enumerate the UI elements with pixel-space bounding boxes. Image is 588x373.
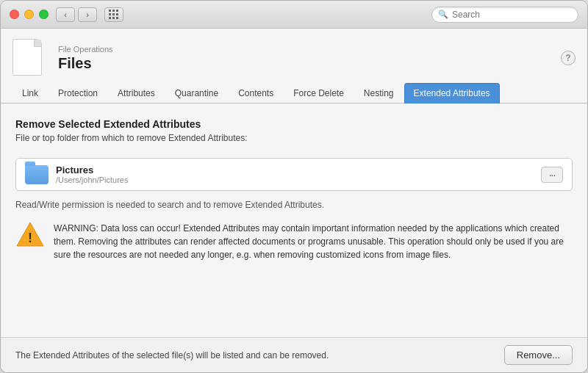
tab-force-delete[interactable]: Force Delete — [284, 83, 354, 104]
apps-grid-button[interactable] — [104, 7, 123, 22]
info-text: Read/Write permission is needed to searc… — [15, 200, 573, 210]
tab-link[interactable]: Link — [12, 83, 48, 104]
tab-contents[interactable]: Contents — [229, 83, 283, 104]
tabs-bar: Link Protection Attributes Quarantine Co… — [1, 83, 587, 104]
back-button[interactable]: ‹ — [56, 7, 75, 22]
tab-extended-attributes[interactable]: Extended Attributes — [404, 83, 500, 104]
maximize-button[interactable] — [39, 10, 49, 19]
footer-text: The Extended Attributes of the selected … — [15, 350, 329, 361]
section-title: Remove Selected Extended Attributes — [15, 118, 573, 130]
ellipsis-button[interactable]: ··· — [541, 167, 563, 183]
app-header: File Operations Files ? — [1, 29, 587, 83]
traffic-lights — [10, 10, 49, 19]
footer-bar: The Extended Attributes of the selected … — [1, 337, 587, 372]
help-button[interactable]: ? — [561, 51, 576, 65]
main-window: ‹ › 🔍 File Operations Files — [0, 0, 588, 373]
warning-text: WARNING: Data loss can occur! Extended A… — [54, 222, 573, 261]
search-input[interactable] — [452, 10, 572, 20]
minimize-button[interactable] — [24, 10, 34, 19]
tab-attributes[interactable]: Attributes — [108, 83, 165, 104]
warning-box: ! WARNING: Data loss can occur! Extended… — [15, 219, 573, 264]
forward-button[interactable]: › — [78, 7, 97, 22]
file-path: /Users/john/Pictures — [56, 175, 534, 184]
chevron-right-icon: › — [86, 10, 89, 19]
warning-triangle-icon: ! — [15, 221, 45, 247]
tab-protection[interactable]: Protection — [49, 83, 107, 104]
remove-button[interactable]: Remove... — [504, 345, 573, 365]
grid-icon — [109, 10, 119, 20]
warning-icon: ! — [15, 222, 45, 248]
app-icon — [12, 39, 48, 77]
header-text: File Operations Files — [58, 45, 113, 72]
close-button[interactable] — [10, 10, 19, 19]
file-name: Pictures — [56, 164, 534, 175]
title-bar: ‹ › 🔍 — [1, 1, 587, 29]
svg-text:!: ! — [28, 231, 32, 245]
app-subtitle: File Operations — [58, 45, 113, 54]
content-area: Remove Selected Extended Attributes File… — [1, 104, 587, 337]
app-title: Files — [58, 55, 113, 72]
folder-icon — [25, 165, 49, 184]
tab-nesting[interactable]: Nesting — [354, 83, 404, 104]
file-selector-info: Pictures /Users/john/Pictures — [56, 164, 534, 184]
file-selector[interactable]: Pictures /Users/john/Pictures ··· — [15, 158, 573, 191]
chevron-left-icon: ‹ — [64, 10, 67, 19]
tab-quarantine[interactable]: Quarantine — [165, 83, 228, 104]
nav-buttons: ‹ › — [56, 7, 97, 22]
section-header: Remove Selected Extended Attributes File… — [15, 118, 573, 149]
search-icon: 🔍 — [438, 10, 448, 19]
section-desc: File or top folder from which to remove … — [15, 133, 573, 143]
search-box[interactable]: 🔍 — [431, 7, 578, 23]
